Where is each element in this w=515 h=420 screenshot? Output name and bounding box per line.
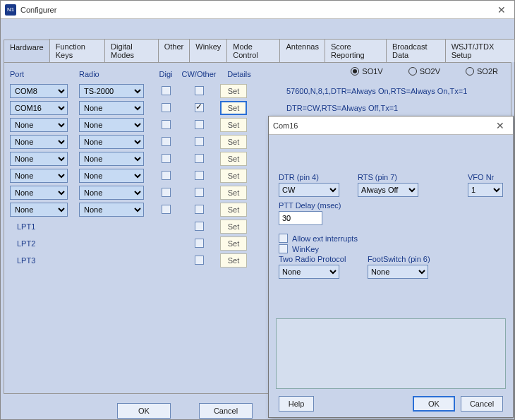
cw-checkbox[interactable]: [195, 137, 204, 146]
sub-ok-button[interactable]: OK: [413, 396, 455, 412]
so-label: SO2V: [420, 67, 440, 76]
cw-checkbox[interactable]: [195, 86, 204, 95]
set-button[interactable]: Set: [220, 84, 247, 98]
set-button[interactable]: Set: [220, 152, 247, 166]
digi-checkbox[interactable]: [162, 205, 171, 214]
two-radio-select[interactable]: None: [279, 265, 339, 279]
footswitch-select[interactable]: None: [368, 265, 428, 279]
ptt-delay-label: PTT Delay (msec): [279, 201, 503, 210]
radio-select[interactable]: None: [79, 169, 144, 183]
so-label: SO1V: [362, 67, 382, 76]
tab-score-reporting[interactable]: Score Reporting: [325, 39, 387, 62]
set-button[interactable]: Set: [220, 169, 247, 183]
set-button[interactable]: Set: [220, 236, 247, 251]
lpt-cw-checkbox[interactable]: [195, 256, 204, 265]
digi-checkbox[interactable]: [162, 103, 171, 112]
digi-checkbox[interactable]: [162, 86, 171, 95]
radio-select[interactable]: None: [79, 118, 144, 132]
port-select[interactable]: None: [10, 169, 68, 183]
radio-select[interactable]: None: [79, 135, 144, 149]
header-radio: Radio: [79, 70, 150, 78]
vfo-select[interactable]: 1: [468, 183, 503, 197]
set-button[interactable]: Set: [220, 220, 247, 234]
digi-checkbox[interactable]: [162, 171, 171, 180]
port-select[interactable]: None: [10, 152, 68, 166]
tab-broadcast-data[interactable]: Broadcast Data: [386, 39, 446, 62]
inset-panel: [276, 318, 506, 389]
lpt-label: LPT1: [10, 222, 75, 231]
radio-select[interactable]: None: [79, 203, 144, 217]
port-select[interactable]: None: [10, 186, 68, 200]
rts-select[interactable]: Always Off: [358, 183, 418, 197]
tab-winkey[interactable]: Winkey: [189, 39, 227, 62]
radio-select[interactable]: None: [79, 186, 144, 200]
port-select[interactable]: None: [10, 135, 68, 149]
allow-ext-checkbox[interactable]: [279, 234, 288, 243]
help-button[interactable]: Help: [279, 396, 314, 412]
set-button[interactable]: Set: [220, 253, 247, 268]
tab-wsjt-jtdx-setup[interactable]: WSJT/JTDX Setup: [445, 39, 515, 62]
port-select[interactable]: None: [10, 118, 68, 132]
radio-select[interactable]: TS-2000: [79, 84, 144, 98]
lpt-label: LPT3: [10, 256, 75, 265]
dtr-select[interactable]: CW: [279, 183, 339, 197]
sub-close-icon[interactable]: ✕: [492, 120, 509, 131]
cw-checkbox[interactable]: [195, 103, 204, 112]
header-digi: Digi: [154, 70, 178, 78]
digi-checkbox[interactable]: [162, 188, 171, 197]
vfo-label: VFO Nr: [468, 173, 503, 181]
cw-checkbox[interactable]: [195, 171, 204, 180]
lpt-cw-checkbox[interactable]: [195, 222, 204, 231]
port-select[interactable]: COM8: [10, 84, 68, 98]
sub-cancel-button[interactable]: Cancel: [461, 396, 503, 412]
tabstrip: HardwareFunction KeysDigital ModesOtherW…: [1, 19, 514, 62]
port-select[interactable]: COM16: [10, 101, 68, 115]
so-option-so2v[interactable]: SO2V: [408, 67, 440, 76]
tab-mode-control[interactable]: Mode Control: [226, 39, 280, 62]
titlebar: N1 Configurer ✕: [1, 1, 514, 19]
set-button[interactable]: Set: [220, 101, 247, 115]
digi-checkbox[interactable]: [162, 120, 171, 129]
set-button[interactable]: Set: [220, 203, 247, 217]
port-details-dialog: Com16 ✕ DTR (pin 4) CW RTS (pin 7) Alway…: [268, 116, 514, 418]
so-label: SO2R: [477, 67, 498, 76]
ok-button[interactable]: OK: [117, 403, 171, 419]
tab-other[interactable]: Other: [158, 39, 190, 62]
window-title: Configurer: [20, 6, 56, 14]
radio-icon: [466, 67, 474, 76]
set-button[interactable]: Set: [220, 135, 247, 149]
so-mode-group: SO1VSO2VSO2R: [351, 67, 498, 76]
cw-checkbox[interactable]: [195, 188, 204, 197]
cw-checkbox[interactable]: [195, 205, 204, 214]
ptt-delay-input[interactable]: [279, 211, 322, 225]
radio-icon: [408, 67, 417, 76]
set-button[interactable]: Set: [220, 118, 247, 132]
so-option-so2r[interactable]: SO2R: [466, 67, 498, 76]
radio-select[interactable]: None: [79, 101, 144, 115]
winkey-label: WinKey: [292, 245, 319, 253]
so-option-so1v[interactable]: SO1V: [351, 67, 382, 76]
radio-select[interactable]: None: [79, 152, 144, 166]
header-cw: CW/Other: [178, 70, 220, 78]
two-radio-label: Two Radio Protocol: [279, 255, 349, 263]
port-select[interactable]: None: [10, 203, 68, 217]
cw-checkbox[interactable]: [195, 154, 204, 163]
footswitch-label: FootSwitch (pin 6): [368, 255, 438, 263]
tab-digital-modes[interactable]: Digital Modes: [104, 39, 159, 62]
tab-function-keys[interactable]: Function Keys: [49, 39, 105, 62]
header-port: Port: [10, 70, 75, 78]
set-button[interactable]: Set: [220, 186, 247, 200]
tab-hardware[interactable]: Hardware: [4, 40, 50, 63]
cancel-button[interactable]: Cancel: [199, 403, 253, 419]
digi-checkbox[interactable]: [162, 154, 171, 163]
lpt-cw-checkbox[interactable]: [195, 239, 204, 248]
cw-checkbox[interactable]: [195, 120, 204, 129]
winkey-checkbox[interactable]: [279, 244, 288, 253]
digi-checkbox[interactable]: [162, 137, 171, 146]
close-icon[interactable]: ✕: [493, 4, 510, 16]
rts-label: RTS (pin 7): [358, 173, 418, 181]
port-detail-text: DTR=CW,RTS=Always Off,Tx=1: [286, 104, 398, 112]
dtr-label: DTR (pin 4): [279, 173, 339, 181]
tab-antennas[interactable]: Antennas: [279, 39, 325, 62]
radio-icon: [351, 67, 359, 76]
